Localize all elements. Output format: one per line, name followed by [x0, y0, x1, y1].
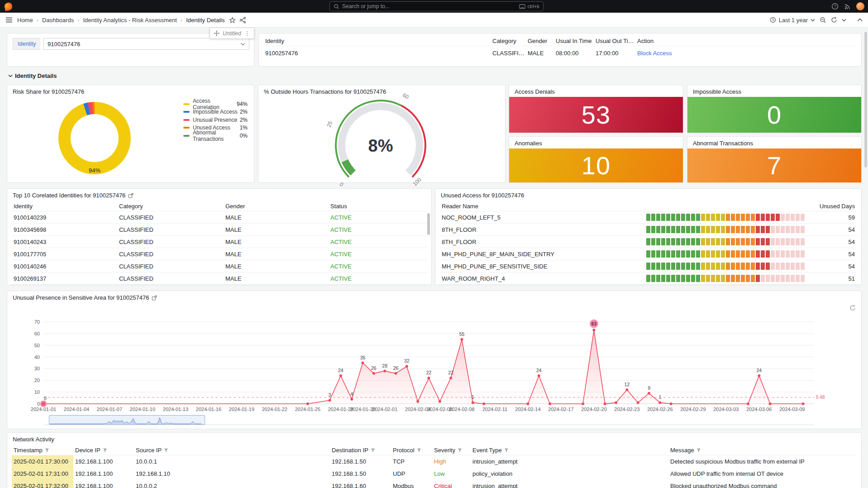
external-link-icon[interactable] [128, 193, 134, 198]
filter-icon[interactable] [371, 448, 375, 453]
outside-hours-panel: % Outside Hours Transactions for 9100257… [258, 85, 506, 183]
help-icon[interactable]: ? [831, 3, 839, 10]
lcd-segment [711, 263, 715, 270]
user-avatar[interactable] [856, 2, 864, 10]
search-input[interactable]: Search or jump to... ctrl+k [329, 1, 544, 11]
cell: policy_violation [471, 470, 668, 477]
row-identity-details[interactable]: Identity Details [8, 72, 57, 79]
svg-text:60: 60 [34, 331, 40, 336]
lcd-segment [731, 275, 735, 282]
lcd-segment [646, 263, 650, 270]
svg-text:2024-01-10: 2024-01-10 [130, 407, 155, 412]
panel-title[interactable]: Risk Share for 9100257476 [13, 88, 84, 95]
column-header: Device IP [73, 447, 134, 454]
refresh-interval-chevron-icon[interactable] [842, 19, 846, 22]
breadcrumb-item[interactable]: Identity Details [186, 17, 224, 24]
unusual-presence-panel: Unusual Presence in Sensitive Area for 9… [7, 291, 862, 429]
legend-row[interactable]: Unusual Presence2% [183, 116, 248, 124]
lcd-segment [796, 238, 800, 245]
legend-row[interactable]: Abnormal Transactions0% [183, 132, 248, 140]
rss-icon[interactable] [844, 3, 851, 10]
lcd-segment [771, 250, 775, 258]
breadcrumb-item[interactable]: Identity Analytics - Risk Assessment [83, 17, 176, 24]
column-header: Reader Name [440, 203, 646, 210]
lcd-segment [686, 226, 690, 233]
panel-title[interactable]: Network Activity [13, 436, 54, 443]
page-scrollbar[interactable] [864, 32, 867, 167]
zoom-out-icon[interactable] [820, 17, 826, 24]
lcd-segment [731, 250, 735, 258]
star-icon[interactable] [229, 17, 236, 24]
panel-title[interactable]: Abnormal Transactions [693, 140, 753, 147]
lcd-segment [716, 226, 720, 233]
drag-handle-icon[interactable] [214, 30, 219, 36]
cell: CLASSIFIED [117, 226, 224, 233]
panel-title-untitled: Untitled [223, 30, 241, 37]
panel-title[interactable]: Impossible Access [693, 88, 741, 95]
panel-title[interactable]: Anomalies [515, 140, 542, 147]
collapse-toolbar-icon[interactable] [857, 18, 863, 22]
presence-chart: 0102030405060702024-01-012024-01-042024-… [11, 304, 858, 415]
svg-text:2024-01-04: 2024-01-04 [64, 407, 89, 412]
table-header-row: TimestampDevice IPSource IPDestination I… [11, 445, 858, 455]
legend-value: 2% [240, 117, 248, 123]
filter-icon[interactable] [417, 448, 421, 453]
lcd-segment [716, 263, 720, 270]
svg-text:2024-01-07: 2024-01-07 [97, 407, 122, 412]
identity-variable-select[interactable]: 9100257476 [43, 38, 249, 50]
panel-title[interactable]: Unused Access for 9100257476 [441, 192, 524, 199]
panel-title[interactable]: % Outside Hours Transactions for 9100257… [264, 88, 386, 95]
column-header: Gender [526, 38, 554, 44]
panel-title[interactable]: Top 10 Corelated Identities for 91002574… [13, 192, 125, 199]
chart-brush-selection[interactable] [49, 415, 205, 425]
svg-text:24: 24 [536, 368, 542, 373]
cell: 192.168.1.10 [134, 470, 330, 477]
kebab-menu-icon[interactable]: ⋮ [244, 30, 250, 36]
legend-row[interactable]: Access Correlation94% [183, 100, 248, 108]
filter-icon[interactable] [45, 448, 49, 453]
lcd-segment [711, 238, 715, 245]
lcd-segment [746, 275, 750, 282]
panel-title[interactable]: Access Denials [515, 88, 555, 95]
lcd-segment [671, 250, 675, 258]
lcd-segment [786, 250, 790, 258]
lcd-segment [746, 214, 750, 221]
hamburger-menu-icon[interactable] [5, 17, 13, 23]
lcd-segment [646, 250, 650, 258]
filter-icon[interactable] [164, 448, 168, 453]
lcd-segment [661, 214, 665, 221]
panel-refresh-icon[interactable] [849, 305, 856, 313]
filter-icon[interactable] [696, 448, 701, 453]
lcd-segment [666, 226, 670, 233]
cell: TCP [391, 458, 432, 465]
cell: 9100177705 [12, 251, 117, 258]
grafana-logo[interactable] [4, 2, 13, 11]
time-range-picker[interactable]: Last 1 year [770, 17, 815, 24]
refresh-icon[interactable] [831, 17, 837, 23]
filter-icon[interactable] [458, 448, 462, 453]
chart-brush-track[interactable] [43, 415, 814, 425]
unused-access-table: Reader NameUnused DaysNOC_ROOM_LEFT_5598… [439, 201, 858, 285]
block-access-link[interactable]: Block Access [635, 50, 857, 57]
reader-name: WAR_ROOM_RIGHT_4 [440, 275, 646, 282]
chevron-down-icon [811, 19, 815, 22]
panel-title[interactable]: Unusual Presence in Sensitive Area for 9… [13, 294, 149, 301]
lcd-segment [661, 226, 665, 233]
lcd-segment [711, 250, 715, 258]
lcd-segment [756, 275, 760, 282]
table-scrollbar[interactable] [427, 213, 430, 235]
legend-value: 2% [240, 109, 248, 115]
column-header: Source IP [134, 447, 330, 454]
lcd-segment [651, 275, 655, 282]
table-row: 2025-02-01 17:32:00192.168.1.10010.0.0.2… [11, 480, 858, 488]
external-link-icon[interactable] [152, 295, 157, 301]
filter-icon[interactable] [504, 448, 509, 453]
breadcrumb-item[interactable]: Dashboards [42, 17, 74, 24]
lcd-segment [686, 214, 690, 221]
share-icon[interactable] [239, 17, 246, 24]
table-row: WAR_ROOM_RIGHT_451 [439, 273, 858, 285]
filter-icon[interactable] [103, 448, 107, 453]
breadcrumb-item[interactable]: Home [17, 17, 33, 24]
legend-row[interactable]: Impossible Access2% [183, 108, 248, 116]
lcd-segment [771, 226, 775, 233]
